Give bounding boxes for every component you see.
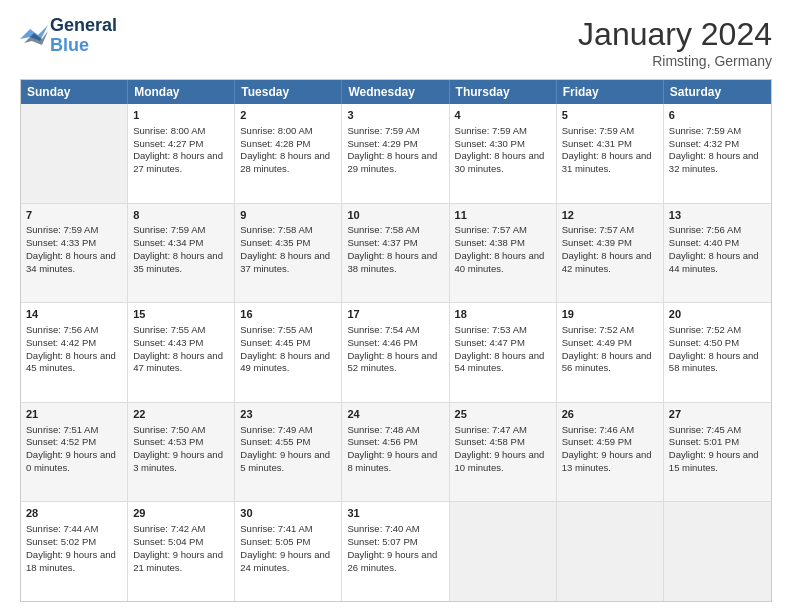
weekday-header-tuesday: Tuesday <box>235 80 342 104</box>
sunrise-time: Sunrise: 7:48 AM <box>347 424 443 437</box>
daylight-hours: Daylight: 8 hours and 31 minutes. <box>562 150 658 176</box>
calendar-cell: 14Sunrise: 7:56 AMSunset: 4:42 PMDayligh… <box>21 303 128 402</box>
sunrise-time: Sunrise: 7:40 AM <box>347 523 443 536</box>
logo-bird-icon <box>20 25 48 47</box>
day-number: 12 <box>562 208 658 223</box>
calendar-cell: 16Sunrise: 7:55 AMSunset: 4:45 PMDayligh… <box>235 303 342 402</box>
daylight-hours: Daylight: 9 hours and 26 minutes. <box>347 549 443 575</box>
calendar-cell: 25Sunrise: 7:47 AMSunset: 4:58 PMDayligh… <box>450 403 557 502</box>
calendar-cell: 5Sunrise: 7:59 AMSunset: 4:31 PMDaylight… <box>557 104 664 203</box>
day-number: 19 <box>562 307 658 322</box>
sunset-time: Sunset: 4:30 PM <box>455 138 551 151</box>
day-number: 28 <box>26 506 122 521</box>
sunrise-time: Sunrise: 7:55 AM <box>133 324 229 337</box>
sunrise-time: Sunrise: 7:49 AM <box>240 424 336 437</box>
day-number: 16 <box>240 307 336 322</box>
day-number: 20 <box>669 307 766 322</box>
daylight-hours: Daylight: 9 hours and 13 minutes. <box>562 449 658 475</box>
sunset-time: Sunset: 4:37 PM <box>347 237 443 250</box>
day-number: 18 <box>455 307 551 322</box>
sunrise-time: Sunrise: 7:57 AM <box>455 224 551 237</box>
sunset-time: Sunset: 4:40 PM <box>669 237 766 250</box>
daylight-hours: Daylight: 8 hours and 56 minutes. <box>562 350 658 376</box>
day-number: 11 <box>455 208 551 223</box>
sunrise-time: Sunrise: 8:00 AM <box>133 125 229 138</box>
header: General Blue January 2024 Rimsting, Germ… <box>20 16 772 69</box>
calendar-cell: 24Sunrise: 7:48 AMSunset: 4:56 PMDayligh… <box>342 403 449 502</box>
calendar-cell: 31Sunrise: 7:40 AMSunset: 5:07 PMDayligh… <box>342 502 449 601</box>
sunrise-time: Sunrise: 7:54 AM <box>347 324 443 337</box>
sunrise-time: Sunrise: 7:59 AM <box>26 224 122 237</box>
calendar-cell: 12Sunrise: 7:57 AMSunset: 4:39 PMDayligh… <box>557 204 664 303</box>
daylight-hours: Daylight: 8 hours and 38 minutes. <box>347 250 443 276</box>
calendar-cell: 15Sunrise: 7:55 AMSunset: 4:43 PMDayligh… <box>128 303 235 402</box>
calendar-cell: 27Sunrise: 7:45 AMSunset: 5:01 PMDayligh… <box>664 403 771 502</box>
daylight-hours: Daylight: 9 hours and 5 minutes. <box>240 449 336 475</box>
daylight-hours: Daylight: 8 hours and 45 minutes. <box>26 350 122 376</box>
sunset-time: Sunset: 4:39 PM <box>562 237 658 250</box>
day-number: 29 <box>133 506 229 521</box>
calendar-cell-empty <box>21 104 128 203</box>
calendar-cell: 13Sunrise: 7:56 AMSunset: 4:40 PMDayligh… <box>664 204 771 303</box>
sunrise-time: Sunrise: 7:52 AM <box>669 324 766 337</box>
month-title: January 2024 <box>578 16 772 53</box>
daylight-hours: Daylight: 8 hours and 42 minutes. <box>562 250 658 276</box>
sunrise-time: Sunrise: 7:53 AM <box>455 324 551 337</box>
sunrise-time: Sunrise: 7:44 AM <box>26 523 122 536</box>
calendar-cell: 19Sunrise: 7:52 AMSunset: 4:49 PMDayligh… <box>557 303 664 402</box>
day-number: 15 <box>133 307 229 322</box>
day-number: 21 <box>26 407 122 422</box>
sunrise-time: Sunrise: 7:59 AM <box>669 125 766 138</box>
sunset-time: Sunset: 4:46 PM <box>347 337 443 350</box>
day-number: 5 <box>562 108 658 123</box>
calendar-cell: 26Sunrise: 7:46 AMSunset: 4:59 PMDayligh… <box>557 403 664 502</box>
day-number: 8 <box>133 208 229 223</box>
sunset-time: Sunset: 4:52 PM <box>26 436 122 449</box>
daylight-hours: Daylight: 9 hours and 24 minutes. <box>240 549 336 575</box>
calendar-header: SundayMondayTuesdayWednesdayThursdayFrid… <box>21 80 771 104</box>
sunrise-time: Sunrise: 7:45 AM <box>669 424 766 437</box>
sunrise-time: Sunrise: 7:59 AM <box>455 125 551 138</box>
sunset-time: Sunset: 4:34 PM <box>133 237 229 250</box>
sunset-time: Sunset: 4:33 PM <box>26 237 122 250</box>
calendar-cell: 10Sunrise: 7:58 AMSunset: 4:37 PMDayligh… <box>342 204 449 303</box>
daylight-hours: Daylight: 8 hours and 35 minutes. <box>133 250 229 276</box>
day-number: 30 <box>240 506 336 521</box>
daylight-hours: Daylight: 8 hours and 44 minutes. <box>669 250 766 276</box>
daylight-hours: Daylight: 8 hours and 49 minutes. <box>240 350 336 376</box>
calendar-cell: 3Sunrise: 7:59 AMSunset: 4:29 PMDaylight… <box>342 104 449 203</box>
sunrise-time: Sunrise: 7:58 AM <box>347 224 443 237</box>
day-number: 26 <box>562 407 658 422</box>
day-number: 4 <box>455 108 551 123</box>
calendar-cell-empty <box>557 502 664 601</box>
calendar-cell-empty <box>664 502 771 601</box>
sunrise-time: Sunrise: 7:56 AM <box>26 324 122 337</box>
weekday-header-saturday: Saturday <box>664 80 771 104</box>
weekday-header-monday: Monday <box>128 80 235 104</box>
sunrise-time: Sunrise: 7:59 AM <box>133 224 229 237</box>
sunrise-time: Sunrise: 7:47 AM <box>455 424 551 437</box>
day-number: 6 <box>669 108 766 123</box>
day-number: 31 <box>347 506 443 521</box>
daylight-hours: Daylight: 8 hours and 52 minutes. <box>347 350 443 376</box>
calendar-cell: 4Sunrise: 7:59 AMSunset: 4:30 PMDaylight… <box>450 104 557 203</box>
calendar-cell: 23Sunrise: 7:49 AMSunset: 4:55 PMDayligh… <box>235 403 342 502</box>
day-number: 1 <box>133 108 229 123</box>
sunset-time: Sunset: 4:27 PM <box>133 138 229 151</box>
daylight-hours: Daylight: 9 hours and 15 minutes. <box>669 449 766 475</box>
daylight-hours: Daylight: 8 hours and 58 minutes. <box>669 350 766 376</box>
sunset-time: Sunset: 4:35 PM <box>240 237 336 250</box>
daylight-hours: Daylight: 8 hours and 27 minutes. <box>133 150 229 176</box>
sunset-time: Sunset: 5:04 PM <box>133 536 229 549</box>
sunrise-time: Sunrise: 7:59 AM <box>562 125 658 138</box>
logo: General Blue <box>20 16 117 56</box>
calendar: SundayMondayTuesdayWednesdayThursdayFrid… <box>20 79 772 602</box>
daylight-hours: Daylight: 8 hours and 47 minutes. <box>133 350 229 376</box>
sunset-time: Sunset: 5:07 PM <box>347 536 443 549</box>
sunset-time: Sunset: 5:02 PM <box>26 536 122 549</box>
sunrise-time: Sunrise: 7:50 AM <box>133 424 229 437</box>
calendar-cell: 11Sunrise: 7:57 AMSunset: 4:38 PMDayligh… <box>450 204 557 303</box>
daylight-hours: Daylight: 9 hours and 10 minutes. <box>455 449 551 475</box>
calendar-row: 28Sunrise: 7:44 AMSunset: 5:02 PMDayligh… <box>21 502 771 601</box>
sunrise-time: Sunrise: 8:00 AM <box>240 125 336 138</box>
